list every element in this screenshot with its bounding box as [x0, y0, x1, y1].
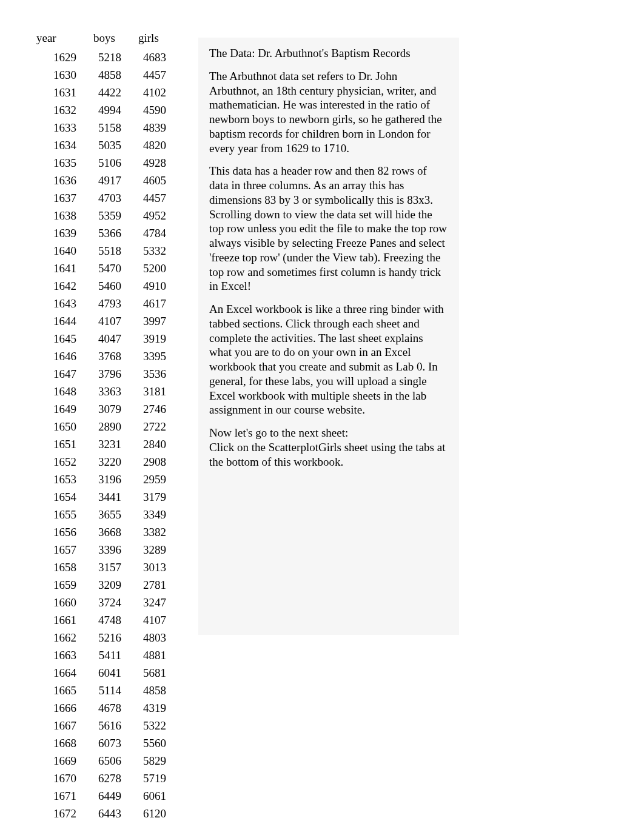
description-heading: The Data: Dr. Arbuthnot's Baptism Record… [209, 46, 448, 61]
table-row: 166646784319 [36, 699, 177, 717]
cell-year: 1650 [36, 418, 87, 435]
cell-year: 1667 [36, 717, 87, 734]
cell-boys: 3655 [87, 506, 132, 523]
cell-year: 1664 [36, 664, 87, 682]
cell-girls: 3382 [132, 523, 177, 541]
cell-year: 1668 [36, 734, 87, 752]
table-row: 166147484107 [36, 611, 177, 629]
cell-girls: 4928 [132, 154, 177, 172]
cell-boys: 3157 [87, 558, 132, 576]
table-row: 164637683395 [36, 347, 177, 365]
cell-girls: 3247 [132, 594, 177, 611]
table-row: 165733963289 [36, 541, 177, 558]
cell-boys: 2890 [87, 418, 132, 435]
table-row: 163747034457 [36, 189, 177, 207]
table-row: 164540473919 [36, 330, 177, 347]
cell-boys: 5158 [87, 119, 132, 136]
cell-year: 1634 [36, 136, 87, 154]
table-row: 165434413179 [36, 488, 177, 506]
table-row: 166756165322 [36, 717, 177, 734]
cell-year: 1640 [36, 242, 87, 260]
cell-year: 1659 [36, 576, 87, 594]
cell-year: 1655 [36, 506, 87, 523]
cell-year: 1632 [36, 101, 87, 119]
cell-year: 1653 [36, 471, 87, 488]
cell-girls: 4605 [132, 172, 177, 189]
cell-boys: 4703 [87, 189, 132, 207]
cell-boys: 4748 [87, 611, 132, 629]
baptism-data-table: year boys girls 162952184683163048584457… [36, 30, 177, 822]
page-content: year boys girls 162952184683163048584457… [0, 0, 644, 835]
cell-boys: 3441 [87, 488, 132, 506]
cell-boys: 4793 [87, 295, 132, 312]
cell-boys: 5366 [87, 224, 132, 242]
cell-girls: 4910 [132, 277, 177, 295]
table-row: 167164496061 [36, 787, 177, 805]
cell-year: 1637 [36, 189, 87, 207]
cell-year: 1671 [36, 787, 87, 805]
cell-girls: 4683 [132, 49, 177, 66]
cell-year: 1644 [36, 312, 87, 330]
cell-year: 1661 [36, 611, 87, 629]
cell-girls: 5719 [132, 770, 177, 787]
table-row: 167062785719 [36, 770, 177, 787]
header-girls: girls [132, 30, 177, 49]
cell-boys: 3396 [87, 541, 132, 558]
cell-year: 1639 [36, 224, 87, 242]
cell-year: 1643 [36, 295, 87, 312]
table-row: 164347934617 [36, 295, 177, 312]
cell-girls: 4617 [132, 295, 177, 312]
cell-girls: 4952 [132, 207, 177, 224]
cell-girls: 3919 [132, 330, 177, 347]
cell-girls: 2959 [132, 471, 177, 488]
cell-girls: 2722 [132, 418, 177, 435]
table-row: 164254604910 [36, 277, 177, 295]
cell-boys: 4107 [87, 312, 132, 330]
cell-girls: 3179 [132, 488, 177, 506]
cell-boys: 5518 [87, 242, 132, 260]
cell-year: 1658 [36, 558, 87, 576]
cell-year: 1654 [36, 488, 87, 506]
cell-year: 1649 [36, 400, 87, 418]
header-boys: boys [87, 30, 132, 49]
cell-boys: 3363 [87, 383, 132, 400]
cell-boys: 3768 [87, 347, 132, 365]
cell-boys: 4047 [87, 330, 132, 347]
cell-year: 1630 [36, 66, 87, 84]
cell-year: 1660 [36, 594, 87, 611]
cell-girls: 2908 [132, 453, 177, 471]
cell-girls: 3395 [132, 347, 177, 365]
table-row: 163351584839 [36, 119, 177, 136]
cell-boys: 4858 [87, 66, 132, 84]
cell-year: 1657 [36, 541, 87, 558]
cell-boys: 3220 [87, 453, 132, 471]
cell-year: 1633 [36, 119, 87, 136]
table-header-row: year boys girls [36, 30, 177, 49]
cell-girls: 4457 [132, 189, 177, 207]
cell-girls: 4457 [132, 66, 177, 84]
cell-boys: 6041 [87, 664, 132, 682]
cell-girls: 4881 [132, 646, 177, 664]
cell-year: 1642 [36, 277, 87, 295]
next-sheet-line-2: Click on the ScatterplotGirls sheet usin… [209, 441, 445, 468]
cell-boys: 4994 [87, 101, 132, 119]
cell-girls: 5322 [132, 717, 177, 734]
cell-year: 1646 [36, 347, 87, 365]
cell-boys: 5616 [87, 717, 132, 734]
table-row: 166965065829 [36, 752, 177, 770]
cell-boys: 6278 [87, 770, 132, 787]
cell-girls: 2746 [132, 400, 177, 418]
cell-year: 1641 [36, 260, 87, 277]
cell-year: 1663 [36, 646, 87, 664]
table-row: 163144224102 [36, 84, 177, 101]
table-row: 164154705200 [36, 260, 177, 277]
cell-boys: 5411 [87, 646, 132, 664]
cell-boys: 4917 [87, 172, 132, 189]
table-row: 165932092781 [36, 576, 177, 594]
cell-boys: 5218 [87, 49, 132, 66]
table-row: 163048584457 [36, 66, 177, 84]
cell-girls: 4107 [132, 611, 177, 629]
cell-boys: 3724 [87, 594, 132, 611]
cell-boys: 6073 [87, 734, 132, 752]
cell-girls: 3181 [132, 383, 177, 400]
